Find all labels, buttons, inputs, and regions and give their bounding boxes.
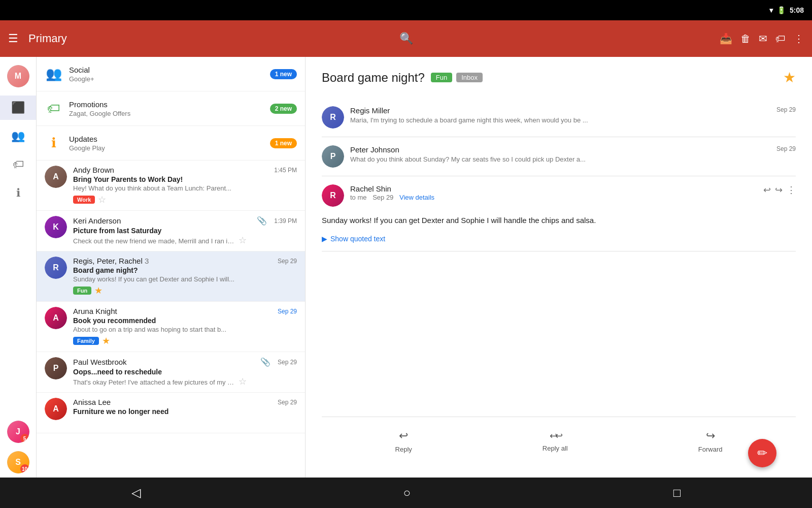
thread-message-peter[interactable]: P Peter Johnson What do you think about …	[322, 137, 796, 176]
star-keri[interactable]: ☆	[239, 235, 247, 246]
email-content-andy: Andy Brown 1:45 PM Bring Your Parents to…	[73, 166, 297, 205]
avatar-regis-list: R	[45, 257, 67, 279]
category-promotions[interactable]: 🏷 Promotions Zagat, Google Offers 2 new	[37, 91, 305, 126]
app-bar: ☰ Primary 🔍 📥 🗑 ✉ 🏷 ⋮	[0, 20, 812, 57]
email-item-keri[interactable]: K Keri Anderson 📎 1:39 PM Picture from l…	[37, 211, 305, 251]
subject-keri: Picture from last Saturday	[73, 227, 297, 235]
status-icons: ▾ 🔋 5:08	[769, 6, 804, 14]
bottom-nav: ◁ ○ □	[0, 478, 812, 508]
app-bar-actions: 📥 🗑 ✉ 🏷 ⋮	[720, 33, 804, 45]
reply-icon-rachel[interactable]: ↩	[763, 184, 771, 196]
forward-icon-rachel[interactable]: ↪	[775, 184, 783, 196]
more-icon-rachel[interactable]: ⋮	[787, 184, 796, 196]
preview-aruna: About to go on a trip and was hoping to …	[73, 326, 226, 333]
forward-arrow-icon: ↪	[706, 429, 715, 442]
subject-anissa: Furniture we no longer need	[73, 407, 297, 416]
menu-icon[interactable]: ☰	[8, 32, 18, 45]
thread-body-rachel: Sunday works! If you can get Dexter and …	[322, 215, 796, 227]
archive-icon[interactable]: 📥	[720, 33, 732, 45]
category-updates[interactable]: ℹ Updates Google Play 1 new	[37, 126, 305, 161]
thread-to-rachel: to me Sep 29 View details	[350, 194, 757, 201]
thread-sender-rachel: Rachel Shin	[350, 184, 391, 193]
email-item-aruna[interactable]: A Aruna Knight Sep 29 Book you recommend…	[37, 302, 305, 352]
time-anissa: Sep 29	[278, 399, 297, 406]
email-content-anissa: Anissa Lee Sep 29 Furniture we no longer…	[73, 398, 297, 416]
thread-avatar-rachel: R	[322, 184, 344, 207]
category-promotions-sub: Zagat, Google Offers	[69, 110, 264, 117]
sender-keri: Keri Anderson	[73, 216, 121, 225]
time-keri: 1:39 PM	[274, 217, 297, 225]
reply-all-arrow-icon: ↩↩	[550, 430, 561, 441]
reply-all-label: Reply all	[543, 444, 568, 452]
thread-date-peter: Sep 29	[776, 145, 796, 152]
reply-label: Reply	[395, 446, 412, 453]
sidebar-item-info[interactable]: ℹ	[0, 181, 36, 205]
sender-aruna: Aruna Knight	[73, 307, 117, 315]
category-social-sub: Google+	[69, 75, 264, 83]
email-detail: Board game night? Fun Inbox ★ R Regis Mi…	[306, 57, 812, 478]
thread-date-regis: Sep 29	[776, 106, 796, 113]
tag-work: Work	[73, 196, 95, 204]
detail-tag-fun: Fun	[431, 73, 452, 82]
star-paul[interactable]: ☆	[239, 376, 247, 387]
star-aruna[interactable]: ★	[102, 335, 110, 346]
thread-message-rachel: R Rachel Shin to me Sep 29 View details …	[322, 176, 796, 251]
user-avatar-3[interactable]: S 10	[7, 451, 29, 473]
search-icon[interactable]: 🔍	[399, 32, 413, 45]
detail-title: Board game night?	[322, 71, 425, 85]
avatar-aruna: A	[45, 307, 67, 329]
user-avatar-2[interactable]: J 5	[7, 421, 29, 443]
reply-all-button[interactable]: ↩↩ Reply all	[530, 426, 580, 456]
category-updates-info: Updates Google Play	[69, 135, 264, 152]
label-icon[interactable]: 🏷	[775, 33, 786, 45]
detail-title-row: Board game night? Fun Inbox	[322, 71, 483, 85]
more-icon[interactable]: ⋮	[794, 33, 804, 45]
time-paul: Sep 29	[278, 359, 297, 366]
reply-button[interactable]: ↩ Reply	[383, 425, 424, 457]
recents-nav-icon[interactable]: □	[673, 486, 681, 500]
label-nav-icon: 🏷	[13, 158, 24, 171]
avatar-anissa: A	[45, 398, 67, 420]
sender-anissa: Anissa Lee	[73, 398, 111, 406]
back-nav-icon[interactable]: ◁	[131, 486, 141, 500]
show-quoted-label: Show quoted text	[330, 235, 385, 243]
sidebar-item-inbox[interactable]: ⬛	[0, 96, 36, 120]
mail-icon[interactable]: ✉	[759, 33, 767, 45]
social-badge: 1 new	[270, 69, 297, 79]
thread-sender-regis: Regis Miller	[350, 106, 390, 115]
avatar-badge-2: 10	[20, 464, 29, 473]
email-item-andy[interactable]: A Andy Brown 1:45 PM Bring Your Parents …	[37, 161, 305, 211]
star-andy[interactable]: ☆	[98, 194, 106, 205]
show-quoted-text[interactable]: ▶ Show quoted text	[322, 235, 796, 243]
thread-info-regis: Regis Miller Maria, I'm trying to schedu…	[350, 106, 770, 124]
reply-toolbar: ↩ Reply ↩↩ Reply all ↪ Forward	[322, 417, 796, 465]
forward-button[interactable]: ↪ Forward	[686, 425, 735, 457]
thread-header-regis: R Regis Miller Maria, I'm trying to sche…	[322, 106, 796, 129]
detail-star[interactable]: ★	[783, 69, 796, 86]
user-avatar[interactable]: M	[7, 65, 29, 87]
email-list: 👥 Social Google+ 1 new 🏷 Promotions Zaga…	[37, 57, 306, 478]
thread-message-regis[interactable]: R Regis Miller Maria, I'm trying to sche…	[322, 98, 796, 137]
sidebar-item-label[interactable]: 🏷	[0, 152, 36, 177]
view-details-rachel[interactable]: View details	[399, 194, 434, 201]
sidebar-item-people[interactable]: 👥	[0, 124, 36, 148]
email-item-regis-peter-rachel[interactable]: R Regis, Peter, Rachel 3 Sep 29 Board ga…	[37, 251, 305, 302]
sender-paul: Paul Westbrook	[73, 358, 127, 366]
time-andy: 1:45 PM	[274, 167, 297, 174]
compose-fab[interactable]: ✏	[748, 439, 776, 467]
thread-header-peter: P Peter Johnson What do you think about …	[322, 145, 796, 168]
category-social[interactable]: 👥 Social Google+ 1 new	[37, 57, 305, 91]
thread-preview-regis: Maria, I'm trying to schedule a board ga…	[350, 116, 770, 124]
thread-date-inline: Sep 29	[373, 194, 393, 201]
battery-icon: 🔋	[777, 6, 786, 14]
email-item-anissa[interactable]: A Anissa Lee Sep 29 Furniture we no long…	[37, 393, 305, 433]
category-updates-name: Updates	[69, 135, 264, 143]
star-regis-group[interactable]: ★	[94, 285, 103, 296]
thread-sender-peter: Peter Johnson	[350, 145, 399, 154]
tag-family: Family	[73, 337, 99, 345]
email-thread: R Regis Miller Maria, I'm trying to sche…	[322, 98, 796, 251]
thread-actions-rachel: ↩ ↪ ⋮	[763, 184, 796, 196]
email-item-paul[interactable]: P Paul Westbrook 📎 Sep 29 Oops...need to…	[37, 352, 305, 393]
home-nav-icon[interactable]: ○	[403, 486, 411, 500]
delete-icon[interactable]: 🗑	[740, 33, 751, 45]
